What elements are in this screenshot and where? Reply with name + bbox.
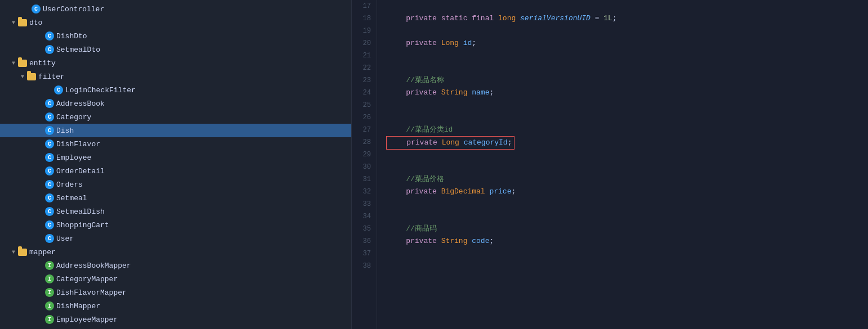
tree-item-setmealdto[interactable]: CSetmealDto	[0, 43, 351, 56]
line-number: 36	[352, 235, 371, 247]
line-number: 22	[352, 62, 371, 74]
class-icon: C	[45, 180, 54, 189]
folder-icon	[27, 73, 36, 80]
code-editor: 1718192021222324252627282930313233343536…	[352, 0, 868, 329]
interface-icon: I	[45, 315, 54, 324]
tree-label: DishDto	[56, 32, 87, 40]
tree-label: DishFlavor	[56, 140, 100, 148]
code-line	[388, 198, 868, 210]
arrow-icon: ▼	[9, 60, 18, 66]
code-line: //菜品分类id	[388, 124, 868, 136]
tree-item-dto-folder[interactable]: ▼dto	[0, 16, 351, 29]
tree-item-dishflavormapper[interactable]: IDishFlavorMapper	[0, 286, 351, 299]
tree-item-filter-folder[interactable]: ▼filter	[0, 70, 351, 83]
code-line	[388, 0, 868, 12]
tree-item-category[interactable]: CCategory	[0, 110, 351, 124]
arrow-icon: ▼	[9, 249, 18, 255]
tree-item-categorymapper[interactable]: ICategoryMapper	[0, 272, 351, 286]
tree-item-shoppingcart[interactable]: CShoppingCart	[0, 218, 351, 232]
class-icon: C	[54, 85, 63, 94]
line-number: 31	[352, 173, 371, 186]
class-icon: C	[45, 45, 54, 54]
class-icon: C	[45, 139, 54, 148]
line-number: 26	[352, 111, 371, 124]
tree-item-usercontroller[interactable]: CUserController	[0, 2, 351, 16]
folder-icon	[18, 249, 27, 256]
line-number: 25	[352, 99, 371, 111]
tree-item-logincheckfilter[interactable]: CLoginCheckFilter	[0, 83, 351, 97]
line-number: 28	[352, 136, 371, 148]
code-line	[388, 260, 868, 272]
code-line	[388, 99, 868, 111]
line-number: 35	[352, 223, 371, 235]
tree-label: Category	[56, 113, 91, 121]
folder-icon	[18, 19, 27, 26]
code-line: private static final long serialVersionU…	[388, 12, 868, 25]
arrow-icon: ▼	[9, 20, 18, 26]
code-line	[388, 161, 868, 173]
tree-item-addressbook[interactable]: CAddressBook	[0, 97, 351, 110]
code-line	[388, 247, 868, 260]
tree-item-addressbookmapper[interactable]: IAddressBookMapper	[0, 259, 351, 272]
tree-label: OrderDetail	[56, 167, 105, 175]
tree-item-orders[interactable]: COrders	[0, 178, 351, 191]
tree-item-mapper-folder[interactable]: ▼mapper	[0, 245, 351, 259]
code-line: //商品码	[388, 223, 868, 235]
tree-item-entity-folder[interactable]: ▼entity	[0, 56, 351, 70]
highlighted-code: private Long categoryId;	[386, 136, 514, 150]
tree-label: DishFlavorMapper	[56, 289, 127, 297]
class-icon: C	[45, 166, 54, 175]
tree-item-setmealdish[interactable]: CSetmealDish	[0, 205, 351, 218]
line-number: 29	[352, 148, 371, 161]
class-icon: C	[45, 31, 54, 40]
tree-label: LoginCheckFilter	[65, 86, 136, 94]
tree-item-dish[interactable]: CDish	[0, 124, 351, 137]
line-number: 23	[352, 74, 371, 87]
tree-label: Orders	[56, 181, 83, 189]
code-content: private static final long serialVersionU…	[377, 0, 868, 329]
tree-label: AddressBookMapper	[56, 262, 131, 270]
line-number: 19	[352, 25, 371, 37]
code-line: //菜品名称	[388, 74, 868, 87]
tree-item-employee[interactable]: CEmployee	[0, 151, 351, 164]
tree-label: Setmeal	[56, 194, 87, 202]
code-line	[388, 62, 868, 74]
tree-item-user[interactable]: CUser	[0, 232, 351, 245]
code-line	[388, 49, 868, 62]
tree-label: Dish	[56, 127, 74, 135]
line-number: 24	[352, 87, 371, 99]
code-line	[388, 25, 868, 37]
line-number: 27	[352, 124, 371, 136]
tree-item-orderdetail[interactable]: COrderDetail	[0, 164, 351, 178]
tree-label: mapper	[29, 248, 56, 256]
class-icon: C	[45, 126, 54, 135]
tree-item-setmeal[interactable]: CSetmeal	[0, 191, 351, 205]
class-icon: C	[45, 112, 54, 121]
file-tree[interactable]: CUserController▼dtoCDishDtoCSetmealDto▼e…	[0, 0, 352, 329]
tree-label: filter	[38, 73, 65, 81]
class-icon: C	[45, 220, 54, 229]
interface-icon: I	[45, 261, 54, 270]
code-line: private BigDecimal price;	[388, 186, 868, 198]
tree-label: SetmealDto	[56, 46, 100, 54]
class-icon: C	[45, 234, 54, 243]
tree-label: CategoryMapper	[56, 275, 118, 283]
code-line	[388, 210, 868, 223]
code-line: private String code;	[388, 235, 868, 247]
tree-item-dishdto[interactable]: CDishDto	[0, 29, 351, 43]
line-number: 34	[352, 210, 371, 223]
tree-item-employeemapper[interactable]: IEmployeeMapper	[0, 313, 351, 326]
tree-label: AddressBook	[56, 100, 105, 108]
class-icon: C	[45, 153, 54, 162]
class-icon: C	[45, 207, 54, 216]
line-number: 17	[352, 0, 371, 12]
tree-item-dishmapper[interactable]: IDishMapper	[0, 299, 351, 313]
tree-label: UserController	[43, 5, 104, 13]
code-line: private Long categoryId;	[388, 136, 868, 148]
tree-item-dishflavor[interactable]: CDishFlavor	[0, 137, 351, 151]
line-number: 18	[352, 12, 371, 25]
class-icon: C	[45, 193, 54, 202]
class-icon: C	[32, 4, 41, 13]
line-number: 30	[352, 161, 371, 173]
folder-icon	[18, 60, 27, 67]
